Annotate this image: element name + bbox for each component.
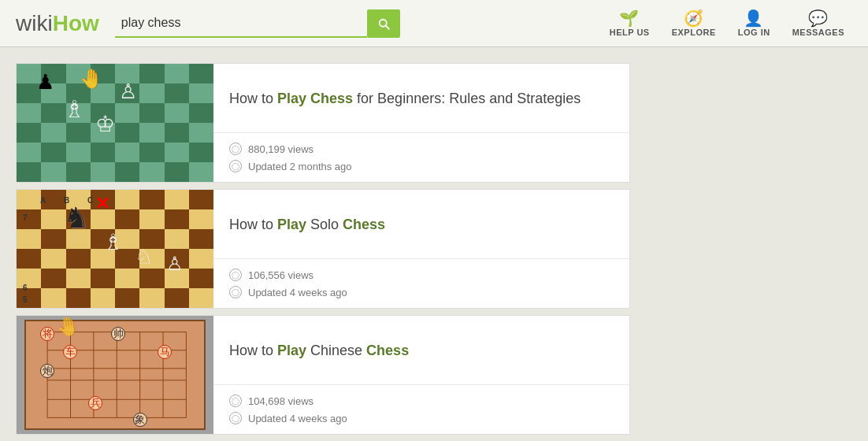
result-info-2: How to Play Solo Chess ◯ 106,556 views ◯… xyxy=(213,190,629,308)
result-title-bold2-2: Chess xyxy=(343,217,385,232)
result-card-2[interactable]: ♞ ♗ ♘ ♙ ✕ 5 6 7 A B C xyxy=(16,189,630,309)
search-button[interactable] xyxy=(367,9,400,38)
result-title-area-3: How to Play Chinese Chess xyxy=(213,316,629,385)
sidebar xyxy=(646,63,852,435)
result-title-bold1-2: Play xyxy=(277,217,306,232)
person-icon: 👤 xyxy=(744,10,764,26)
logo[interactable]: wikiHow xyxy=(16,11,99,36)
meta-updated-1: ◯ Updated 2 months ago xyxy=(229,160,614,172)
result-thumb-2: ♞ ♗ ♘ ♙ ✕ 5 6 7 A B C xyxy=(17,190,213,308)
views-icon-1: ◯ xyxy=(229,143,242,155)
result-thumb-1: ♟ ♗ ♔ ♙ 🤚 xyxy=(17,64,213,182)
result-title-3: How to Play Chinese Chess xyxy=(229,341,409,361)
results-list: ♟ ♗ ♔ ♙ 🤚 How to Play Chess for Beginner… xyxy=(16,63,630,435)
result-meta-1: ◯ 880,199 views ◯ Updated 2 months ago xyxy=(213,133,629,182)
nav-login-label: LOG IN xyxy=(738,28,770,37)
logo-how: How xyxy=(53,11,99,36)
updated-text-1: Updated 2 months ago xyxy=(248,161,352,172)
nav-help-us[interactable]: 🌱 HELP US xyxy=(602,6,658,42)
result-meta-3: ◯ 104,698 views ◯ Updated 4 weeks ago xyxy=(213,385,629,434)
result-title-suffix-1: for Beginners: Rules and Strategies xyxy=(353,91,581,106)
views-icon-2: ◯ xyxy=(229,269,242,281)
logo-wiki: wiki xyxy=(16,11,53,36)
views-text-3: 104,698 views xyxy=(248,395,313,407)
result-title-middle-3: Chinese xyxy=(306,343,366,358)
result-title-prefix-2: How to xyxy=(229,217,277,232)
result-title-area-1: How to Play Chess for Beginners: Rules a… xyxy=(213,64,629,133)
meta-views-2: ◯ 106,556 views xyxy=(229,269,614,281)
result-title-bold-1: Play Chess xyxy=(277,91,353,106)
result-card-1[interactable]: ♟ ♗ ♔ ♙ 🤚 How to Play Chess for Beginner… xyxy=(16,63,630,183)
seedling-icon: 🌱 xyxy=(619,10,640,26)
views-icon-3: ◯ xyxy=(229,395,242,407)
meta-updated-2: ◯ Updated 4 weeks ago xyxy=(229,286,614,298)
result-title-prefix-1: How to xyxy=(229,91,277,106)
updated-text-3: Updated 4 weeks ago xyxy=(248,413,347,424)
nav-login[interactable]: 👤 LOG IN xyxy=(730,6,778,42)
result-title-bold1-3: Play xyxy=(277,343,306,358)
updated-text-2: Updated 4 weeks ago xyxy=(248,287,347,298)
nav-messages-label: MESSAGES xyxy=(792,28,844,37)
result-card-3[interactable]: 将 车 炮 兵 象 帅 马 🤚 How to Play Chinese Ches xyxy=(16,315,630,435)
search-input[interactable] xyxy=(115,9,367,38)
meta-views-1: ◯ 880,199 views xyxy=(229,143,614,155)
nav-messages[interactable]: 💬 MESSAGES xyxy=(785,6,852,42)
views-text-1: 880,199 views xyxy=(248,143,313,155)
result-title-bold2-3: Chess xyxy=(366,343,409,358)
result-title-area-2: How to Play Solo Chess xyxy=(213,190,629,259)
views-text-2: 106,556 views xyxy=(248,269,313,281)
result-title-2: How to Play Solo Chess xyxy=(229,215,385,235)
result-info-3: How to Play Chinese Chess ◯ 104,698 view… xyxy=(213,316,629,434)
main-content: ♟ ♗ ♔ ♙ 🤚 How to Play Chess for Beginner… xyxy=(0,47,868,441)
result-title-middle-2: Solo xyxy=(306,217,343,232)
search-icon xyxy=(377,17,391,31)
result-thumb-3: 将 车 炮 兵 象 帅 马 🤚 xyxy=(17,316,213,434)
updated-icon-1: ◯ xyxy=(229,160,242,172)
nav-explore[interactable]: 🧭 EXPLORE xyxy=(664,6,724,42)
result-meta-2: ◯ 106,556 views ◯ Updated 4 weeks ago xyxy=(213,259,629,308)
nav-explore-label: EXPLORE xyxy=(672,28,716,37)
result-title-1: How to Play Chess for Beginners: Rules a… xyxy=(229,89,581,109)
updated-icon-2: ◯ xyxy=(229,286,242,298)
nav-help-us-label: HELP US xyxy=(610,28,650,37)
search-container xyxy=(115,9,400,38)
nav-items: 🌱 HELP US 🧭 EXPLORE 👤 LOG IN 💬 MESSAGES xyxy=(602,6,852,42)
meta-views-3: ◯ 104,698 views xyxy=(229,395,614,407)
chat-icon: 💬 xyxy=(808,10,829,26)
compass-icon: 🧭 xyxy=(684,10,704,26)
meta-updated-3: ◯ Updated 4 weeks ago xyxy=(229,412,614,424)
header: wikiHow 🌱 HELP US 🧭 EXPLORE 👤 LOG IN 💬 M… xyxy=(0,0,868,47)
result-info-1: How to Play Chess for Beginners: Rules a… xyxy=(213,64,629,182)
updated-icon-3: ◯ xyxy=(229,412,242,424)
result-title-prefix-3: How to xyxy=(229,343,277,358)
